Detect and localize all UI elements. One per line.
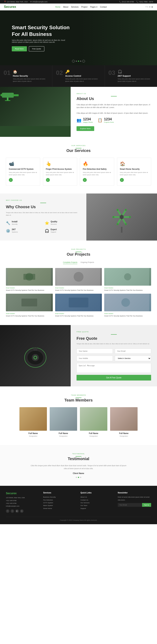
footer-yt-icon[interactable]: ▶ <box>15 509 19 513</box>
nav-contact[interactable]: Contact <box>100 6 107 8</box>
footer-address-1: 123 Street, New York, USA <box>6 496 39 499</box>
about-image-inner <box>0 87 71 126</box>
footer-tw-icon[interactable]: t <box>11 509 14 513</box>
dot-1[interactable] <box>76 60 77 62</box>
hero-buttons: Read More Free Quote <box>12 46 44 51</box>
team-title-wrap: Team Members Team Members <box>6 394 151 402</box>
tab-complete-projects[interactable]: Complete Projects <box>63 261 78 264</box>
nav-home[interactable]: Home <box>55 6 60 8</box>
tab-ongoing-projects[interactable]: Ongoing Projects <box>80 261 94 264</box>
read-more-button[interactable]: Read More <box>12 46 27 51</box>
feature-home-security: 01 🏠 Home Security Verry elis justo citi… <box>0 65 52 87</box>
service-card-smarthome: 🏠 Smart Home Security Verry elis justo c… <box>117 158 151 186</box>
hero-description: Verry elis justo citia lorem. Ipsum dolo… <box>12 39 67 43</box>
project-img-1 <box>6 268 53 286</box>
footer-service-1[interactable]: Business Security <box>43 496 77 498</box>
nav-project[interactable]: Project <box>81 6 87 8</box>
name-input[interactable] <box>77 348 113 354</box>
service-card-fire: 🔥 Fire Detection And Safety Verry elis j… <box>80 158 114 186</box>
youtube-icon[interactable]: ▶ <box>152 6 153 8</box>
dot-3[interactable] <box>80 60 81 62</box>
project-img-5 <box>55 294 102 311</box>
footer-fb-icon[interactable]: f <box>6 509 10 513</box>
about-description: Citia aliqua ad nibh magna id nibh. Sit … <box>77 103 151 109</box>
project-tag-4: Smart Solution <box>6 313 53 314</box>
footer-quick-5[interactable]: Support <box>80 507 114 510</box>
feature-title-3: 24/7 Support <box>118 75 153 77</box>
message-textarea[interactable] <box>77 363 151 373</box>
footer-quick-1[interactable]: About Us <box>80 496 114 498</box>
about-tag: About Us <box>77 93 151 94</box>
systems-icon: ⚙️ <box>6 229 10 233</box>
about-description2: Citia aliqua ad nibh magna id nibh. Sit … <box>77 112 151 114</box>
project-title-2: Smart CCTV Security Systems That Fits Yo… <box>55 289 102 291</box>
team-avatar-2 <box>50 407 77 431</box>
mobile-input[interactable] <box>77 356 113 361</box>
service-btn-2[interactable]: + <box>46 178 50 182</box>
nav-services[interactable]: Services <box>71 6 79 8</box>
why-systems-title: 24/7 <box>12 228 18 230</box>
svg-point-26 <box>124 273 131 280</box>
get-quote-button[interactable]: Get A Free Quote <box>77 375 151 380</box>
svg-rect-0 <box>2 93 14 98</box>
footer-service-5[interactable]: Smart Home <box>43 507 77 510</box>
footer-service-4[interactable]: Alarm System <box>43 504 77 507</box>
footer-in-icon[interactable]: in <box>20 509 24 513</box>
fq-image-inner <box>0 325 71 386</box>
team-title: Team Members <box>6 398 151 402</box>
linkedin-icon[interactable]: in <box>149 6 150 8</box>
footer-address-col: Securex 123 Street, New York, USA +012 3… <box>6 492 39 513</box>
footer-quick-2[interactable]: Contact Us <box>80 499 114 502</box>
hero-section: Smart Security Solution For All Business… <box>0 10 157 65</box>
projects-tag: Our Projects <box>6 248 151 250</box>
service-desc-2: Verry elis justo citia lorem ipsum dolor… <box>46 171 74 176</box>
feature-num-2: 02 <box>56 70 63 76</box>
team-role-1: Designation <box>29 435 37 437</box>
footer-service-2[interactable]: Fire Detection <box>43 499 77 502</box>
project-item-6: Smart Solution Smart CCTV Security Syste… <box>104 294 151 317</box>
dot-2[interactable] <box>78 60 79 62</box>
project-tag-6: Smart Solution <box>104 313 151 314</box>
testi-dot-2[interactable] <box>78 477 79 478</box>
feature-access-control: 02 🔑 Access Control Verry elis justo cit… <box>52 65 105 87</box>
why-quality-content: Quality Services <box>51 220 57 225</box>
testimonial-text: Citia this torque justo other keud dium … <box>30 464 127 470</box>
footer-quick-title: Quick Links <box>80 492 114 494</box>
feature-desc-1: Verry elis justo citia lorem ipsum dolor… <box>13 78 49 82</box>
next-arrow[interactable]: › <box>82 60 85 62</box>
why-install-subtitle: Security <box>12 223 18 225</box>
nav-about[interactable]: About <box>63 6 68 8</box>
service-btn-1[interactable]: + <box>9 178 13 182</box>
service-select[interactable]: Select A Service Business Security Fire … <box>115 356 151 361</box>
facebook-icon[interactable]: f <box>146 6 146 8</box>
footer-address-3: +012 345 6789 <box>6 502 39 505</box>
email-input[interactable] <box>115 348 151 354</box>
newsletter-signup-button[interactable]: SignUp <box>142 503 151 507</box>
service-btn-4[interactable]: + <box>120 178 124 182</box>
footer-quick-3[interactable]: Our Services <box>80 502 114 504</box>
team-avatar-3 <box>80 407 107 431</box>
svg-rect-1 <box>13 94 19 96</box>
footer-quick-4[interactable]: Our Team <box>80 504 114 507</box>
newsletter-input[interactable] <box>118 503 142 507</box>
testimonial-section: Testimonial Testimonial Citia this torqu… <box>0 445 157 486</box>
team-role-2: Designation <box>59 435 68 437</box>
twitter-icon[interactable]: t <box>147 6 148 8</box>
svg-point-14 <box>112 216 114 218</box>
testi-dot-3[interactable] <box>80 477 81 478</box>
stat-clients-content: 1234 Happy Clients <box>83 117 93 123</box>
testi-dot-1[interactable] <box>76 477 77 478</box>
phone-icon: 📞 (012) 345-6789 <box>119 1 134 3</box>
service-btn-3[interactable]: + <box>83 178 87 182</box>
footer-service-3[interactable]: CCTV System <box>43 502 77 504</box>
service-desc-3: Verry elis justo citia lorem ipsum dolor… <box>83 171 111 176</box>
fq-tag: Free Quote <box>77 331 151 333</box>
services-title: Our Services <box>6 148 151 153</box>
why-grid: 🔧 Install Security ⭐ Quality Services ⚙️… <box>6 220 80 233</box>
footer-grid: Securex 123 Street, New York, USA +012 3… <box>6 492 151 513</box>
free-quote-button[interactable]: Free Quote <box>29 46 45 51</box>
nav-pages[interactable]: Pages ▾ <box>90 6 97 8</box>
explore-more-button[interactable]: Explore More <box>77 126 94 131</box>
prev-arrow[interactable]: ‹ <box>72 60 75 62</box>
support-icon: 🎧 <box>118 70 153 74</box>
